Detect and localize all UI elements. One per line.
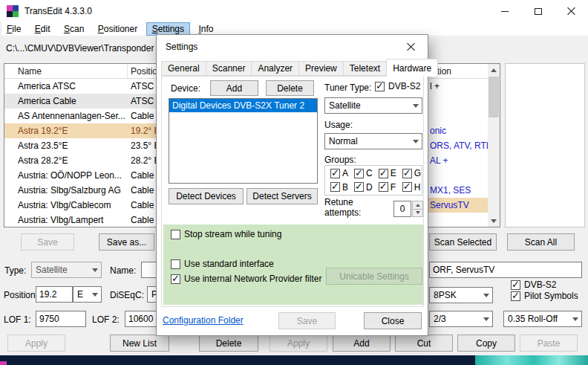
dialog-save-button[interactable]: Save	[278, 312, 336, 329]
type-label: Type:	[4, 265, 26, 276]
group-d-checkbox[interactable]: D	[349, 181, 373, 195]
rolloff-select[interactable]: 0.35 Roll-Off	[503, 311, 582, 327]
group-e-checkbox[interactable]: E	[373, 167, 397, 181]
column-header-name[interactable]: Name	[4, 64, 128, 78]
apply-list-button[interactable]: Apply	[7, 335, 65, 352]
fec-value: 2/3	[434, 314, 446, 324]
checkbox-icon	[375, 82, 385, 91]
checkbox-icon	[171, 274, 180, 284]
lof1-label: LOF 1:	[4, 314, 31, 325]
save-as-button[interactable]: Save as...	[99, 233, 154, 251]
spin-down-button[interactable]	[412, 209, 423, 218]
delete-device-button[interactable]: Delete	[266, 80, 314, 96]
delete-button[interactable]: Delete	[199, 335, 258, 352]
new-list-button[interactable]: New List	[110, 335, 169, 352]
groups-label: Groups:	[324, 155, 356, 165]
type-select[interactable]: Satellite	[31, 262, 102, 278]
network-provider-filter-label: Use internal Network Provider filter	[184, 274, 321, 284]
detect-servers-button[interactable]: Detect Servers	[246, 188, 318, 204]
menu-positioner[interactable]: Positioner	[93, 22, 143, 36]
fec-select[interactable]: 2/3	[429, 311, 493, 327]
dvbs2-checkbox[interactable]: DVB-S2	[511, 280, 556, 290]
modulation-select[interactable]: 8PSK	[429, 287, 493, 303]
scan-all-button[interactable]: Scan All	[507, 233, 575, 251]
tab-general[interactable]: General	[161, 61, 206, 76]
checkbox-icon	[354, 169, 364, 178]
add-device-button[interactable]: Add	[210, 80, 258, 96]
checkbox-icon	[511, 280, 520, 290]
retune-attempts-spinner	[393, 201, 423, 217]
desktop: TransEdit 4.3.3.0 File Edit Scan Positio…	[0, 0, 588, 365]
cut-button[interactable]: Cut	[395, 335, 453, 352]
save-list-button[interactable]: Save	[21, 233, 74, 251]
menu-file[interactable]: File	[1, 22, 26, 36]
type-select-value: Satellite	[36, 265, 68, 275]
menu-scan[interactable]: Scan	[59, 22, 89, 36]
checkbox-icon	[330, 182, 340, 192]
window-controls	[488, 0, 588, 22]
group-a-checkbox[interactable]: A	[325, 167, 349, 181]
tuner-type-label: Tuner Type:	[324, 83, 371, 93]
unicable-settings-button[interactable]: Unicable Settings	[326, 268, 422, 285]
scrollbar-thumb[interactable]	[489, 77, 499, 117]
titlebar: TransEdit 4.3.3.0	[0, 0, 588, 22]
device-list-item-selected[interactable]: Digital Devices DVB-S2X Tuner 2	[169, 99, 317, 112]
group-c-checkbox[interactable]: C	[349, 167, 373, 181]
scan-selected-button[interactable]: Scan Selected	[429, 233, 497, 251]
minimize-icon	[501, 11, 509, 12]
spin-up-icon	[416, 204, 420, 207]
scroll-up-button[interactable]	[488, 64, 500, 76]
tab-scanner[interactable]: Scanner	[206, 61, 252, 76]
position-direction-select[interactable]: E	[73, 286, 102, 303]
position-input[interactable]	[36, 286, 73, 303]
spin-buttons	[412, 201, 423, 217]
scrollbar[interactable]	[488, 64, 500, 227]
tab-analyzer[interactable]: Analyzer	[251, 61, 299, 76]
apply-transponder-button[interactable]: Apply	[270, 335, 327, 352]
lof1-input[interactable]	[36, 311, 86, 327]
dialog-close-button[interactable]	[394, 35, 428, 59]
stop-stream-checkbox[interactable]: Stop stream while tuning	[171, 229, 281, 239]
checkbox-icon	[379, 182, 388, 192]
groups-box: A B C D E F G H	[324, 165, 422, 196]
group-h-checkbox[interactable]: H	[397, 181, 422, 195]
transedit-app-icon	[7, 5, 19, 17]
tuner-dvbs2-checkbox[interactable]: DVB-S2	[375, 81, 420, 91]
usage-select[interactable]: Normal	[324, 133, 422, 149]
standard-interface-checkbox[interactable]: Use standard interface	[171, 259, 274, 269]
configuration-folder-link[interactable]: Configuration Folder	[163, 315, 244, 326]
channels-input[interactable]	[429, 262, 582, 278]
minimize-button[interactable]	[488, 0, 521, 22]
retune-attempts-input[interactable]	[393, 201, 411, 217]
usage-label: Usage:	[324, 120, 353, 130]
network-provider-filter-checkbox[interactable]: Use internal Network Provider filter	[171, 274, 321, 284]
device-list[interactable]: Digital Devices DVB-S2X Tuner 2	[169, 98, 318, 184]
paste-button[interactable]: Paste	[520, 335, 578, 352]
scroll-down-button[interactable]	[488, 215, 500, 227]
tab-hardware[interactable]: Hardware	[386, 59, 438, 77]
chevron-down-icon	[88, 262, 101, 277]
tuner-kind-select[interactable]: Satellite	[324, 97, 422, 114]
tab-preview[interactable]: Preview	[298, 61, 344, 76]
group-b-checkbox[interactable]: B	[325, 181, 349, 195]
tab-teletext[interactable]: Teletext	[343, 61, 387, 76]
detect-devices-button[interactable]: Detect Devices	[169, 188, 244, 204]
group-g-checkbox[interactable]: G	[397, 167, 422, 181]
copy-button[interactable]: Copy	[457, 335, 515, 352]
name-label: Name:	[110, 265, 136, 276]
position-label: Position:	[4, 290, 38, 300]
modulation-value: 8PSK	[434, 290, 457, 300]
dialog-close-button-bottom[interactable]: Close	[364, 312, 422, 329]
window-title: TransEdit 4.3.3.0	[24, 6, 92, 16]
scroll-down-icon	[491, 219, 497, 223]
menu-edit[interactable]: Edit	[30, 22, 56, 36]
chevron-down-icon	[88, 287, 101, 302]
dialog-titlebar: Settings	[157, 35, 428, 59]
pilot-symbols-checkbox[interactable]: Pilot Symbols	[511, 291, 578, 301]
chevron-down-icon	[480, 311, 492, 326]
position-direction-value: E	[77, 289, 83, 300]
maximize-button[interactable]	[521, 0, 555, 22]
close-button[interactable]	[555, 0, 588, 22]
group-f-checkbox[interactable]: F	[373, 181, 397, 195]
add-button[interactable]: Add	[333, 335, 391, 352]
